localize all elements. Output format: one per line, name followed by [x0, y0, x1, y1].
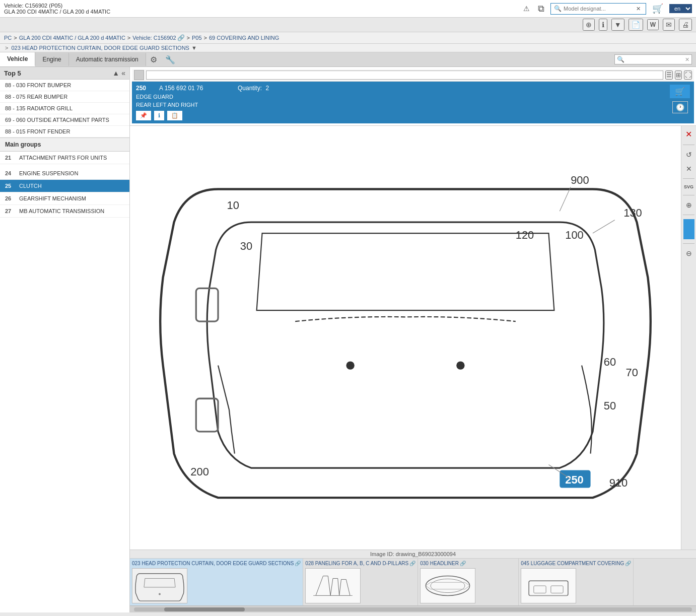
- breadcrumb-second: > 023 HEAD PROTECTION CURTAIN, DOOR EDGE…: [0, 44, 696, 52]
- thumb-item-3[interactable]: 045 LUGGAGE COMPARTMENT COVERING 🔗: [519, 559, 634, 605]
- tab-engine[interactable]: Engine: [35, 53, 68, 66]
- zoom-in-icon[interactable]: ⊕: [583, 19, 595, 31]
- thumbnails-bar: 023 HEAD PROTECTION CURTAIN, DOOR EDGE G…: [130, 558, 696, 605]
- part-top-row: 250 A 156 692 01 76 Quantity: 2: [136, 85, 666, 92]
- vehicle-link-icon[interactable]: 🔗: [177, 34, 185, 41]
- group-item-25[interactable]: 25 CLUTCH: [0, 180, 129, 192]
- tab-search-icon: 🔍: [617, 56, 624, 63]
- bc-p05[interactable]: P05: [192, 35, 202, 41]
- panel-close-button[interactable]: ✕: [684, 128, 693, 141]
- order-history-button[interactable]: 🕐: [672, 101, 688, 113]
- parts-fullscreen-icon[interactable]: ⛶: [684, 71, 692, 80]
- close-sidebar-icon[interactable]: «: [121, 69, 125, 77]
- copy-icon[interactable]: ⧉: [536, 3, 546, 15]
- callout-130: 130: [623, 207, 642, 219]
- thumb-item-1[interactable]: 028 PANELING FOR A, B, C AND D-PILLARS 🔗: [303, 559, 418, 605]
- callout-200: 200: [190, 465, 208, 478]
- tab-vehicle[interactable]: Vehicle: [0, 52, 35, 66]
- thumb-label-3[interactable]: 045 LUGGAGE COMPARTMENT COVERING 🔗: [521, 561, 631, 566]
- mail-icon[interactable]: ✉: [663, 19, 675, 31]
- callout-250: 250: [565, 473, 583, 486]
- group-item-27[interactable]: 27 MB AUTOMATIC TRANSMISSION: [0, 205, 129, 218]
- print-icon[interactable]: 🖨: [679, 19, 692, 31]
- svg-line-5: [593, 220, 615, 233]
- top5-header: Top 5 ▲ «: [0, 67, 129, 80]
- tab-search-input[interactable]: [624, 56, 685, 62]
- scrollbar-thumb[interactable]: [164, 607, 245, 611]
- info-icon[interactable]: ℹ: [599, 19, 607, 31]
- thumb-label-0[interactable]: 023 HEAD PROTECTION CURTAIN, DOOR EDGE G…: [132, 561, 301, 566]
- parts-list-icon[interactable]: ☰: [665, 71, 673, 80]
- bc-gla[interactable]: GLA 200 CDI 4MATIC / GLA 200 d 4MATIC: [19, 35, 125, 41]
- callout-10: 10: [227, 198, 239, 211]
- rt-svg-btn[interactable]: SVG: [682, 183, 695, 191]
- bc-vehicle[interactable]: Vehicle: C156902: [132, 35, 176, 41]
- group-item-21[interactable]: 21 ATTACHMENT PARTS FOR UNITS: [0, 152, 129, 164]
- filter-icon[interactable]: ▼: [611, 19, 624, 31]
- group-item-24[interactable]: 24 ENGINE SUSPENSION: [0, 167, 129, 180]
- rt-blue-handle[interactable]: [683, 219, 694, 239]
- svg-rect-11: [421, 569, 475, 603]
- bc-curtain[interactable]: 023 HEAD PROTECTION CURTAIN, DOOR EDGE G…: [11, 45, 189, 51]
- sidebar: Top 5 ▲ « 88 - 030 FRONT BUMPER 88 - 075…: [0, 67, 130, 612]
- parts-expand-icon[interactable]: ⊞: [675, 71, 682, 80]
- main-layout: Top 5 ▲ « 88 - 030 FRONT BUMPER 88 - 075…: [0, 67, 696, 612]
- model-search-input[interactable]: [564, 6, 634, 12]
- top-item-4[interactable]: 88 - 015 FRONT FENDER: [0, 126, 129, 138]
- callout-70: 70: [626, 366, 638, 379]
- collapse-icon[interactable]: ▲: [112, 69, 119, 77]
- rt-magnify-icon[interactable]: ⊕: [684, 199, 693, 211]
- header: Vehicle: C156902 (P05) GLA 200 CDI 4MATI…: [0, 0, 696, 18]
- rt-zoom-out-icon[interactable]: ⊖: [684, 248, 693, 259]
- rt-sep-3: [683, 195, 694, 195]
- cart-icon[interactable]: 🛒: [650, 2, 665, 15]
- rt-undo-icon[interactable]: ↺: [684, 149, 693, 160]
- rt-sep-4: [683, 215, 694, 215]
- rt-cross-icon[interactable]: ✕: [684, 163, 693, 174]
- scrollbar-track: [134, 607, 692, 611]
- drawing-svg: 900 130 10 120 100 30 60 70 50 200 250 9…: [130, 145, 681, 531]
- thumb-img-2: [420, 568, 475, 603]
- part-cart-section: 🛒 🕐: [670, 85, 690, 113]
- language-select[interactable]: en de fr: [669, 4, 692, 13]
- doc-icon[interactable]: 📄: [629, 19, 643, 31]
- thumb-img-3: [521, 568, 576, 603]
- thumb-link-icon-1: 🔗: [409, 561, 415, 566]
- warning-icon[interactable]: ⚠: [521, 4, 532, 14]
- part-pin-btn[interactable]: 📌: [136, 111, 151, 120]
- thumb-item-0[interactable]: 023 HEAD PROTECTION CURTAIN, DOOR EDGE G…: [130, 559, 303, 605]
- bc-pc[interactable]: PC: [4, 35, 12, 41]
- top-item-3[interactable]: 69 - 060 OUTSIDE ATTACHMENT PARTS: [0, 114, 129, 126]
- search-clear-icon[interactable]: ✕: [634, 5, 643, 13]
- svg-line-4: [560, 187, 571, 211]
- group-item-26[interactable]: 26 GEARSHIFT MECHANISM: [0, 192, 129, 205]
- thumb-img-0: [132, 568, 187, 603]
- part-number: 250: [136, 85, 151, 92]
- tab-icon-2[interactable]: 🔧: [161, 53, 179, 66]
- add-to-cart-button[interactable]: 🛒: [670, 85, 690, 98]
- parts-header-icons: ☰ ⊞ ⛶: [665, 71, 692, 80]
- thumb-label-1[interactable]: 028 PANELING FOR A, B, C AND D-PILLARS 🔗: [305, 561, 415, 566]
- header-right: ⚠ ⧉ 🔍 ✕ 🛒 en de fr: [521, 2, 692, 15]
- thumb-item-2[interactable]: 030 HEADLINER 🔗: [418, 559, 519, 605]
- image-id-bar: Image ID: drawing_B69023000094: [130, 550, 696, 558]
- svg-point-8: [159, 593, 161, 595]
- thumb-label-2[interactable]: 030 HEADLINER 🔗: [420, 561, 516, 566]
- tab-search-clear[interactable]: ✕: [685, 56, 689, 63]
- parts-header: ☰ ⊞ ⛶: [132, 69, 694, 82]
- tab-auto-transmission[interactable]: Automatic transmission: [69, 53, 146, 66]
- breadcrumb-dropdown-icon[interactable]: ▼: [191, 45, 197, 51]
- svg-point-3: [457, 362, 464, 369]
- parts-search-input[interactable]: [146, 71, 663, 80]
- tab-icon-1[interactable]: ⚙: [146, 53, 161, 66]
- bc-covering[interactable]: 69 COVERING AND LINING: [209, 35, 279, 41]
- top-item-2[interactable]: 88 - 135 RADIATOR GRILL: [0, 103, 129, 114]
- model-label: GLA 200 CDI 4MATIC / GLA 200 d 4MATIC: [4, 9, 110, 15]
- wis-icon[interactable]: W: [647, 19, 659, 30]
- part-doc-btn[interactable]: 📋: [167, 111, 182, 120]
- top-item-1[interactable]: 88 - 075 REAR BUMPER: [0, 91, 129, 103]
- svg-rect-14: [522, 569, 576, 603]
- top-item-0[interactable]: 88 - 030 FRONT BUMPER: [0, 80, 129, 91]
- callout-100: 100: [565, 229, 583, 241]
- part-info-btn[interactable]: ℹ: [154, 111, 164, 120]
